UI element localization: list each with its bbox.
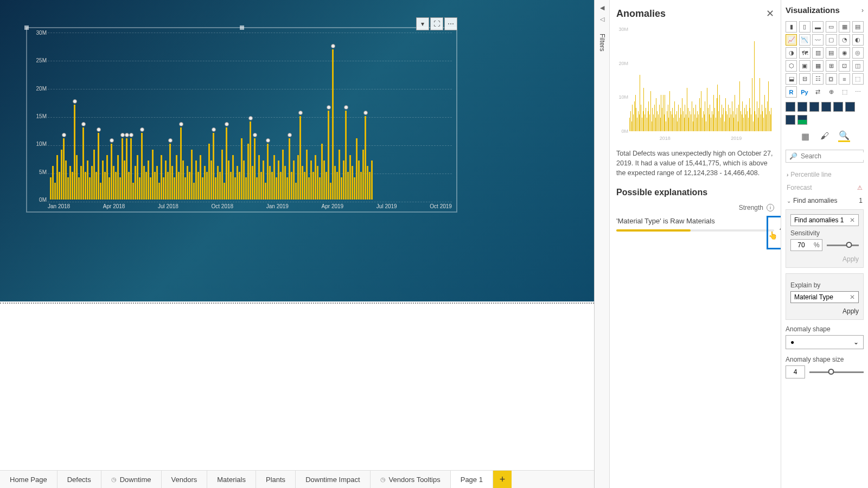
viz-type-icon[interactable]: ▮ <box>786 21 797 33</box>
tab-defects[interactable]: Defects <box>58 471 101 488</box>
forecast-row[interactable]: Forecast ⚠ <box>786 181 864 194</box>
viz-type-icon[interactable]: ◐ <box>852 34 864 46</box>
viz-type-icon[interactable]: 〰 <box>812 34 824 46</box>
apply-button[interactable]: Apply <box>790 307 859 315</box>
viz-type-icon[interactable]: ▦ <box>839 21 850 33</box>
theme-swatch[interactable] <box>809 102 819 112</box>
filters-pane-collapsed[interactable]: ◀ ◁ Filters <box>595 0 610 488</box>
anomalies-title: Anomalies <box>616 8 666 20</box>
analytics-tab-icon[interactable]: 🔍 <box>838 130 850 142</box>
viz-type-icon[interactable]: R <box>786 86 797 98</box>
viz-type-icon[interactable]: ⬡ <box>786 60 797 72</box>
tab-plants[interactable]: Plants <box>256 471 296 488</box>
explain-by-field[interactable]: Material Type ✕ <box>790 291 859 303</box>
viz-type-icon[interactable]: ▦ <box>812 60 824 72</box>
warning-icon: ⚠ <box>857 184 863 191</box>
apply-button[interactable]: Apply <box>790 255 859 263</box>
explain-by-card: Explain by Material Type ✕ Apply <box>786 273 864 320</box>
report-background[interactable]: ▾ ⛶ ⋯ 0M5M10M15M20M25M30M Jan 2018Apr 20… <box>0 0 594 301</box>
viz-type-icon[interactable]: ≡ <box>839 73 850 85</box>
viz-type-icon[interactable]: ▯ <box>799 21 810 33</box>
viz-type-icon[interactable]: ◑ <box>786 47 797 59</box>
cursor-icon: 👆 <box>768 231 777 240</box>
shape-size-input[interactable] <box>786 365 805 378</box>
theme-swatch[interactable] <box>845 102 855 112</box>
bookmark-icon[interactable]: ◁ <box>600 16 604 23</box>
tab-vendors[interactable]: Vendors <box>162 471 208 488</box>
chart-visual[interactable]: ▾ ⛶ ⋯ 0M5M10M15M20M25M30M Jan 2018Apr 20… <box>26 27 457 213</box>
search-input[interactable] <box>801 152 868 160</box>
filter-icon[interactable]: ▾ <box>416 17 429 30</box>
viz-type-icon[interactable]: ⬚ <box>839 86 850 98</box>
theme-swatch[interactable] <box>786 115 795 125</box>
viz-type-icon[interactable]: ◫ <box>852 60 864 72</box>
find-anomalies-row[interactable]: ⌄Find anomalies 1 <box>786 194 864 207</box>
visualizations-title: Visualizations <box>786 5 840 15</box>
viz-type-icon[interactable]: ▬ <box>812 21 824 33</box>
canvas-divider <box>0 303 594 305</box>
expand-icon[interactable]: › <box>861 7 864 14</box>
theme-swatch[interactable] <box>833 102 843 112</box>
focus-mode-icon[interactable]: ⛶ <box>430 17 443 30</box>
viz-type-icon[interactable]: ⛋ <box>826 73 837 85</box>
anomaly-description: Total Defects was unexpectedly high on O… <box>616 149 774 178</box>
viz-type-icon[interactable]: ⊞ <box>826 60 837 72</box>
viz-type-icon[interactable]: 📈 <box>786 34 797 46</box>
close-icon[interactable]: ✕ <box>766 8 774 20</box>
sensitivity-input[interactable] <box>791 240 812 251</box>
viz-type-icon[interactable]: 📉 <box>799 34 810 46</box>
tab-materials[interactable]: Materials <box>207 471 256 488</box>
shape-size-slider[interactable] <box>809 371 864 373</box>
viz-type-icon[interactable]: ◎ <box>852 47 864 59</box>
filters-label: Filters <box>598 34 606 52</box>
page-tabs: Home Page Defects ◷Downtime Vendors Mate… <box>0 470 594 488</box>
tab-home-page[interactable]: Home Page <box>0 471 58 488</box>
tab-downtime[interactable]: ◷Downtime <box>101 471 162 488</box>
canvas-main: ▾ ⛶ ⋯ 0M5M10M15M20M25M30M Jan 2018Apr 20… <box>0 0 594 470</box>
viz-type-icon[interactable]: ⋯ <box>852 86 864 98</box>
viz-type-icon[interactable]: ⇄ <box>812 86 824 98</box>
viz-type-icon[interactable]: ⬓ <box>786 73 797 85</box>
tab-vendors-tooltips[interactable]: ◷Vendors Tooltips <box>371 471 451 488</box>
collapse-icon[interactable]: ◀ <box>600 4 604 11</box>
viz-type-icon[interactable]: ▭ <box>826 21 837 33</box>
search-box[interactable]: 🔎 <box>786 150 864 163</box>
viz-type-icon[interactable]: ▤ <box>852 21 864 33</box>
info-icon[interactable]: i <box>767 204 774 211</box>
sensitivity-slider[interactable] <box>827 245 859 246</box>
anomaly-instance-chip[interactable]: Find anomalies 1 ✕ <box>790 214 859 226</box>
theme-swatch[interactable] <box>797 102 807 112</box>
anomalies-mini-chart[interactable]: 0M10M20M30M 20182019 <box>616 27 774 141</box>
viz-type-icon[interactable]: ⬚ <box>852 73 864 85</box>
viz-type-icon[interactable]: ▤ <box>826 47 837 59</box>
viz-type-icon[interactable]: ◉ <box>839 47 850 59</box>
remove-icon[interactable]: ✕ <box>850 293 855 301</box>
viz-type-icon[interactable]: ▥ <box>812 47 824 59</box>
viz-type-icon[interactable]: ▣ <box>799 60 810 72</box>
viz-type-icon[interactable]: ◔ <box>839 34 850 46</box>
remove-icon[interactable]: ✕ <box>850 216 855 224</box>
viz-type-icon[interactable]: 🗺 <box>799 47 810 59</box>
visualization-gallery: ▮▯▬▭▦▤📈📉〰▢◔◐◑🗺▥▤◉◎⬡▣▦⊞⊡◫⬓⊟☷⛋≡⬚RPy⇄⊕⬚⋯ <box>786 21 864 98</box>
more-options-icon[interactable]: ⋯ <box>444 17 457 30</box>
visualizations-pane: Visualizations › ▮▯▬▭▦▤📈📉〰▢◔◐◑🗺▥▤◉◎⬡▣▦⊞⊡… <box>781 0 868 488</box>
format-tab-icon[interactable]: 🖌 <box>819 130 831 142</box>
tab-page-1[interactable]: Page 1 <box>451 471 493 488</box>
anomaly-shape-label: Anomaly shape <box>786 325 864 333</box>
theme-swatch[interactable] <box>786 102 795 112</box>
fields-tab-icon[interactable]: ▦ <box>799 130 811 142</box>
hidden-icon: ◷ <box>380 476 386 483</box>
viz-type-icon[interactable]: ⊟ <box>799 73 810 85</box>
viz-type-icon[interactable]: ☷ <box>812 73 824 85</box>
viz-type-icon[interactable]: ⊕ <box>826 86 837 98</box>
theme-swatch[interactable] <box>797 115 807 125</box>
viz-type-icon[interactable]: ⊡ <box>839 60 850 72</box>
viz-python-icon[interactable]: Py <box>799 86 810 98</box>
theme-swatch[interactable] <box>821 102 831 112</box>
add-page-button[interactable]: + <box>493 471 512 488</box>
percentile-line-row[interactable]: ›Percentile line <box>786 168 864 181</box>
viz-type-icon[interactable]: ▢ <box>826 34 837 46</box>
tab-downtime-impact[interactable]: Downtime Impact <box>296 471 370 488</box>
explanation-text[interactable]: 'Material Type' is Raw Materials <box>616 217 774 225</box>
anomaly-shape-select[interactable]: ● ⌄ <box>786 335 864 349</box>
